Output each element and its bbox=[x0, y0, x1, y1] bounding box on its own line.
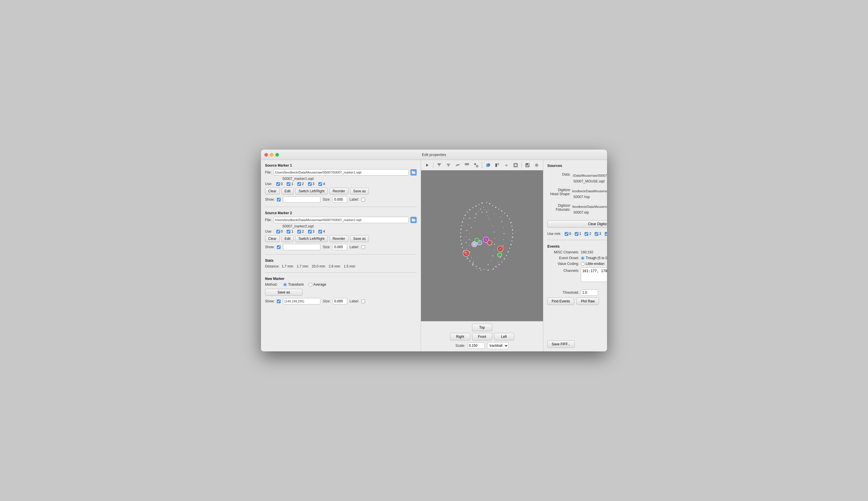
svg-rect-0 bbox=[412, 171, 415, 174]
event-onset-trough[interactable]: Trough (5 to 0 v) bbox=[581, 256, 607, 260]
toolbar-filter1-btn[interactable] bbox=[435, 161, 443, 169]
plot-raw-btn[interactable]: Plot Raw bbox=[576, 298, 599, 305]
toolbar-fullscreen-btn[interactable] bbox=[511, 161, 520, 169]
3d-viewport[interactable] bbox=[421, 170, 543, 321]
sm1-use-1[interactable]: 1 bbox=[287, 182, 293, 186]
stats-section: Stats Distance: 1.7 mm 1.7 mm 20.0 mm 2.… bbox=[265, 258, 417, 268]
toolbar-filter4-btn[interactable] bbox=[463, 161, 471, 169]
sm2-save-as-btn[interactable]: Save as bbox=[350, 235, 369, 242]
channels-textarea[interactable]: 161:177, 178:189 bbox=[581, 267, 607, 282]
sm1-clear-btn[interactable]: Clear bbox=[265, 188, 280, 194]
mrk-use-3[interactable]: 3 bbox=[595, 232, 601, 236]
event-onset-options: Trough (5 to 0 v) Peak (0 to 5 v) bbox=[581, 256, 607, 260]
svg-point-74 bbox=[479, 268, 480, 269]
sm1-switch-btn[interactable]: Switch Left/Right bbox=[295, 188, 328, 194]
minimize-button[interactable] bbox=[270, 153, 273, 157]
source-marker-2-section: Source Marker 2 File: S0007_marker2.sqd … bbox=[265, 211, 417, 250]
toolbar-save-btn[interactable] bbox=[523, 161, 531, 169]
mrk-use-1[interactable]: 1 bbox=[575, 232, 581, 236]
sm2-use-4[interactable]: 4 bbox=[318, 230, 325, 234]
toolbar-cube-btn[interactable] bbox=[484, 161, 492, 169]
sm2-use-3[interactable]: 3 bbox=[308, 230, 315, 234]
sm1-folder-btn[interactable] bbox=[410, 169, 417, 175]
nm-show-row: Show: (149,199,255) Size: Label: bbox=[265, 298, 417, 305]
sm2-folder-btn[interactable] bbox=[410, 217, 417, 223]
sm1-label-checkbox[interactable] bbox=[361, 198, 365, 202]
brain-visualization bbox=[421, 170, 543, 321]
toolbar-filter2-btn[interactable] bbox=[444, 161, 453, 169]
toolbar-settings-btn[interactable] bbox=[533, 161, 541, 169]
svg-point-50 bbox=[460, 228, 462, 230]
save-fiff-btn[interactable]: Save FIFF... bbox=[547, 340, 575, 348]
toolbar-asterisk-btn[interactable]: ✳ bbox=[502, 161, 510, 169]
sm1-size-input[interactable] bbox=[333, 196, 347, 203]
digitizer-head-filepath: brodbeck/Data/Mouse/raw/S0007/S0007.hsp bbox=[572, 189, 607, 193]
sm2-file-input[interactable] bbox=[273, 217, 409, 223]
svg-point-73 bbox=[499, 264, 500, 265]
digitizer-head-filename: S0007.hsp bbox=[573, 195, 607, 199]
sm1-reorder-btn[interactable]: Reorder bbox=[329, 188, 348, 194]
sm2-use-1[interactable]: 1 bbox=[287, 230, 293, 234]
mrk-use-4[interactable]: 4 bbox=[605, 232, 607, 236]
threshold-input[interactable] bbox=[581, 289, 598, 296]
sm1-show-checkbox[interactable] bbox=[277, 198, 280, 202]
front-view-btn[interactable]: Front bbox=[472, 333, 492, 340]
digitizer-head-label: Digitizer Head Shape: bbox=[547, 188, 570, 196]
sm1-color-box[interactable] bbox=[283, 196, 320, 203]
sm1-edit-btn[interactable]: Edit bbox=[282, 188, 294, 194]
toolbar-filter5-btn[interactable] bbox=[472, 161, 480, 169]
svg-point-67 bbox=[506, 255, 507, 256]
sm1-use-3[interactable]: 3 bbox=[308, 182, 315, 186]
sm2-clear-btn[interactable]: Clear bbox=[265, 235, 280, 242]
mrk-use-0[interactable]: 0 bbox=[565, 232, 571, 236]
sm2-use-2[interactable]: 2 bbox=[297, 230, 304, 234]
nm-label-checkbox[interactable] bbox=[361, 299, 365, 303]
sm2-color-box[interactable] bbox=[283, 244, 320, 250]
svg-point-31 bbox=[486, 202, 487, 203]
clear-digitizer-btn[interactable]: Clear Digitizer Files bbox=[547, 220, 607, 228]
scale-input[interactable] bbox=[467, 342, 485, 349]
close-button[interactable] bbox=[264, 153, 268, 157]
sm2-switch-btn[interactable]: Switch Left/Right bbox=[295, 235, 328, 242]
toolbar-play-btn[interactable] bbox=[423, 161, 431, 169]
sm2-show-checkbox[interactable] bbox=[277, 245, 280, 249]
maximize-button[interactable] bbox=[275, 153, 279, 157]
svg-point-78 bbox=[488, 269, 489, 271]
right-view-btn[interactable]: Right bbox=[450, 333, 470, 340]
nm-size-input[interactable] bbox=[333, 298, 347, 305]
nm-color-box[interactable]: (149,199,255) bbox=[283, 298, 320, 305]
svg-point-56 bbox=[461, 240, 462, 241]
toolbar-grid-btn[interactable] bbox=[493, 161, 501, 169]
sm2-label-checkbox[interactable] bbox=[361, 245, 365, 249]
svg-point-130 bbox=[475, 217, 476, 218]
sm1-use-4[interactable]: 4 bbox=[318, 182, 325, 186]
coding-little[interactable]: Little-endian bbox=[581, 262, 604, 266]
new-marker-save-as-btn[interactable]: Save as bbox=[265, 289, 303, 296]
svg-point-120 bbox=[490, 260, 491, 261]
find-events-btn[interactable]: Find Events bbox=[547, 298, 574, 305]
method-row: Method: Transform Average bbox=[265, 283, 417, 287]
sm2-edit-btn[interactable]: Edit bbox=[282, 235, 294, 242]
trackball-select[interactable]: trackball bbox=[487, 342, 509, 349]
method-average[interactable]: Average bbox=[309, 283, 326, 287]
view-btn-row: Right Front Left bbox=[450, 333, 514, 340]
svg-point-125 bbox=[485, 210, 485, 210]
sm2-reorder-btn[interactable]: Reorder bbox=[329, 235, 348, 242]
nm-show-checkbox[interactable] bbox=[277, 299, 280, 303]
toolbar-filter3-btn[interactable] bbox=[454, 161, 462, 169]
svg-rect-28 bbox=[526, 166, 529, 167]
left-view-btn[interactable]: Left bbox=[494, 333, 514, 340]
top-view-btn[interactable]: Top bbox=[472, 324, 492, 331]
sm1-file-input[interactable] bbox=[273, 169, 409, 175]
sm1-use-0[interactable]: 0 bbox=[276, 182, 283, 186]
svg-rect-16 bbox=[474, 163, 476, 165]
scale-row: Scale: trackball bbox=[455, 342, 508, 349]
mrk-use-2[interactable]: 2 bbox=[584, 232, 591, 236]
svg-rect-21 bbox=[495, 163, 497, 167]
svg-rect-15 bbox=[467, 163, 469, 165]
sm2-use-0[interactable]: 0 bbox=[276, 230, 283, 234]
sm1-save-as-btn[interactable]: Save as bbox=[350, 188, 369, 194]
method-transform[interactable]: Transform bbox=[283, 283, 304, 287]
sm2-size-input[interactable] bbox=[333, 244, 347, 250]
sm1-use-2[interactable]: 2 bbox=[297, 182, 304, 186]
